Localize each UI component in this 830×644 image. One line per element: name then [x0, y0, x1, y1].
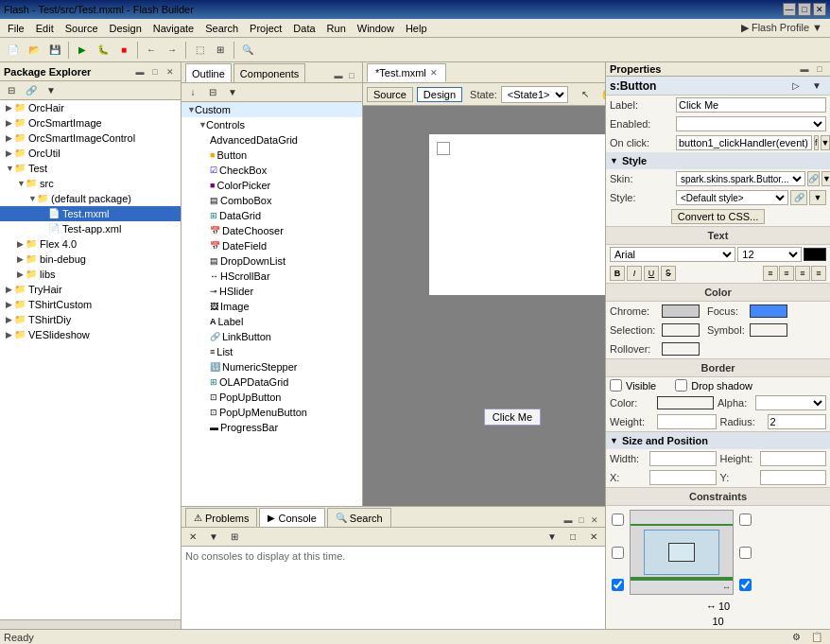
open-btn[interactable]: 📂 [25, 41, 43, 60]
outline-progressbar[interactable]: ▬ ProgressBar [182, 420, 362, 435]
tree-item-libs[interactable]: ▶ 📁 libs [0, 267, 181, 282]
style-heading[interactable]: ▼ Style [606, 152, 830, 169]
styleval-select[interactable]: <Default style> [676, 190, 788, 205]
design-btn[interactable]: Design [417, 87, 462, 102]
tree-item-bindebug[interactable]: ▶ 📁 bin-debug [0, 252, 181, 267]
focus-color-box[interactable] [750, 305, 787, 318]
outline-hslider[interactable]: ⊸ HSlider [182, 284, 362, 299]
tree-item-tryhair[interactable]: ▶ 📁 TryHair [0, 282, 181, 297]
styleval-btn1[interactable]: 🔗 [790, 190, 807, 205]
bold-btn[interactable]: B [610, 266, 625, 281]
maximize-panel-btn[interactable]: □ [148, 65, 162, 78]
constraint-check-tl[interactable] [612, 513, 624, 526]
skin-select[interactable]: spark.skins.spark.Buttor... [676, 171, 805, 186]
size-position-heading[interactable]: ▼ Size and Position [606, 432, 830, 449]
outline-datechooser[interactable]: 📅 DateChooser [182, 223, 362, 238]
comp-btn2[interactable]: ▼ [807, 77, 826, 96]
constraint-check-ml[interactable] [612, 547, 624, 559]
tree-item-tshirtcustom[interactable]: ▶ 📁 TShirtCustom [0, 297, 181, 312]
stop-btn[interactable]: ■ [114, 41, 133, 60]
outline-linkbutton[interactable]: 🔗 LinkButton [182, 329, 362, 344]
tree-item-defaultpkg[interactable]: ▼ 📁 (default package) [0, 191, 181, 206]
editor-tab-testmxml[interactable]: *Test.mxml ✕ [367, 63, 446, 82]
tab-console[interactable]: ▶Console [259, 508, 324, 527]
align-right-btn[interactable]: ≡ [795, 266, 810, 281]
menu-window[interactable]: Window [352, 21, 400, 36]
status-btn1[interactable]: ⚙ [787, 628, 805, 645]
menu-help[interactable]: Help [400, 21, 433, 36]
underline-btn[interactable]: U [644, 266, 659, 281]
outline-popupmenubutton[interactable]: ⊡ PopUpMenuButton [182, 405, 362, 420]
source-btn[interactable]: Source [367, 87, 413, 102]
tree-item-test[interactable]: ▼ 📁 Test [0, 161, 181, 176]
bottom-close-btn[interactable]: ✕ [588, 513, 601, 527]
outline-datagrid[interactable]: ⊞ DataGrid [182, 208, 362, 223]
outline-controls[interactable]: ▼ Controls [182, 117, 362, 132]
explorer-menu-btn[interactable]: ▼ [42, 81, 61, 100]
menu-search[interactable]: Search [199, 21, 244, 36]
outline-image[interactable]: 🖼 Image [182, 299, 362, 314]
onclick-menu-btn[interactable]: ▼ [821, 135, 830, 150]
height-input[interactable] [760, 451, 827, 466]
weight-input[interactable] [657, 414, 717, 429]
run-btn[interactable]: ▶ [73, 41, 92, 60]
tree-item-orcsmartimage[interactable]: ▶ 📁 OrcSmartImage [0, 115, 181, 131]
menu-file[interactable]: File [2, 21, 30, 36]
tree-item-orcutil[interactable]: ▶ 📁 OrcUtil [0, 146, 181, 161]
tree-item-tshirtdiy[interactable]: ▶ 📁 TShirtDiy [0, 312, 181, 327]
outline-combobox[interactable]: ▤ ComboBox [182, 193, 362, 208]
panel-controls[interactable]: ▬ □ ✕ [133, 65, 177, 78]
outline-button[interactable]: ■ Button [182, 148, 362, 163]
comp-btn1[interactable]: ▷ [787, 77, 805, 96]
btn1[interactable]: ← [142, 41, 161, 60]
y-input[interactable] [760, 470, 827, 485]
skin-btn2[interactable]: ▼ [821, 171, 830, 186]
tab-components[interactable]: Components [233, 63, 305, 82]
menu-run[interactable]: Run [321, 21, 352, 36]
canvas-button[interactable]: Click Me [484, 409, 541, 426]
pointer-tool[interactable]: ↖ [576, 85, 595, 104]
props-controls[interactable]: ▬ □ [798, 62, 826, 76]
constraint-check-tr[interactable] [739, 513, 752, 526]
btn3[interactable]: ⬚ [190, 41, 209, 60]
alpha-select[interactable] [755, 395, 826, 410]
text-color-box[interactable] [804, 248, 826, 261]
outline-advanceddatagrid[interactable]: AdvancedDataGrid [182, 132, 362, 148]
strikethrough-btn[interactable]: S̶ [661, 266, 676, 281]
rollover-color-box[interactable] [662, 342, 700, 356]
btn4[interactable]: ⊞ [211, 41, 230, 60]
outline-label[interactable]: A Label [182, 314, 362, 329]
align-center-btn[interactable]: ≡ [779, 266, 794, 281]
outline-colorpicker[interactable]: ■ ColorPicker [182, 178, 362, 193]
tree-item-flex[interactable]: ▶ 📁 Flex 4.0 [0, 236, 181, 252]
console-btn4[interactable]: ▼ [543, 528, 562, 547]
convert-css-btn[interactable]: Convert to CSS... [671, 209, 766, 224]
tab-problems[interactable]: ⚠Problems [185, 508, 257, 527]
minimize-panel-btn[interactable]: ▬ [133, 65, 147, 78]
chrome-color-box[interactable] [662, 305, 700, 318]
tab-outline[interactable]: Outline [185, 63, 232, 82]
constraint-check-br[interactable] [739, 579, 752, 591]
tab-search[interactable]: 🔍Search [327, 508, 391, 527]
tree-item-orcsmartimagecontrol[interactable]: ▶ 📁 OrcSmartImageControl [0, 131, 181, 146]
dropshadow-checkbox[interactable] [675, 379, 687, 392]
symbol-color-box[interactable] [750, 323, 787, 337]
h-scrollbar[interactable] [0, 619, 181, 629]
menu-data[interactable]: Data [287, 21, 320, 36]
console-btn5[interactable]: □ [563, 528, 582, 547]
constraint-check-mr[interactable] [739, 547, 752, 559]
menu-design[interactable]: Design [104, 21, 147, 36]
outline-btn1[interactable]: ↓ [183, 83, 202, 102]
outline-btn2[interactable]: ⊟ [203, 83, 222, 102]
x-input[interactable] [649, 470, 717, 485]
outline-checkbox[interactable]: ☑ CheckBox [182, 163, 362, 178]
outline-olapdatagrid[interactable]: ⊞ OLAPDataGrid [182, 374, 362, 390]
constraint-check-bl[interactable] [612, 579, 624, 591]
maximize-btn[interactable]: □ [798, 3, 811, 16]
tree-item-src[interactable]: ▼ 📁 src [0, 176, 181, 191]
outline-menu-btn[interactable]: ▼ [223, 83, 242, 102]
menu-source[interactable]: Source [60, 21, 104, 36]
new-btn[interactable]: 📄 [4, 41, 23, 60]
selection-color-box[interactable] [662, 323, 700, 337]
onclick-func-btn[interactable]: f [814, 135, 819, 150]
